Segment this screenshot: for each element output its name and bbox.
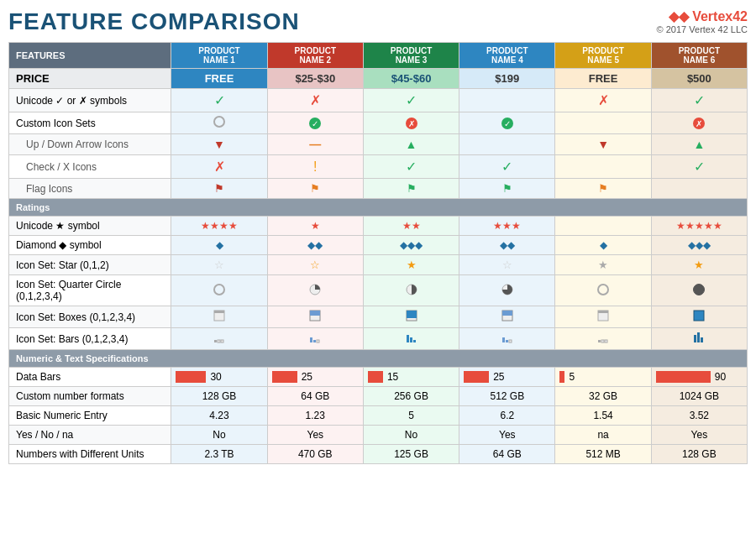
databars-p4: 25: [459, 368, 555, 387]
boxes-p1: [171, 306, 267, 328]
yesno-p1: No: [171, 426, 267, 445]
star-half-icon: ☆: [310, 259, 320, 271]
customnum-p3: 256 GB: [363, 387, 459, 406]
box-4-icon: [693, 310, 705, 321]
diamond-p6: ◆◆◆: [651, 236, 747, 255]
yesno-label: Yes / No / na: [9, 426, 171, 445]
databars-p5: 5: [555, 368, 651, 387]
yesno-p4: Yes: [459, 426, 555, 445]
databar-container: 25: [464, 371, 550, 383]
price-p4: $199: [459, 69, 555, 89]
yesno-p3: No: [363, 426, 459, 445]
boxes-p5: [555, 306, 651, 328]
databar-fill: [176, 371, 206, 383]
quarter-circle-0-icon: [213, 284, 225, 295]
custom-icon-p2: ✓: [267, 112, 363, 134]
boxes-p6: [651, 306, 747, 328]
svg-rect-20: [407, 335, 409, 342]
qc-p2: [267, 275, 363, 306]
flag-orange-icon: ⚑: [310, 182, 320, 195]
databar-fill: [464, 371, 489, 383]
diamond-label: Diamond ◆ symbol: [9, 236, 171, 255]
diffunits-p4: 64 GB: [459, 445, 555, 464]
comparison-table: FEATURES PRODUCTNAME 1 PRODUCTNAME 2 PRO…: [8, 42, 748, 464]
ratings-section: Ratings: [9, 199, 748, 217]
databars-label: Data Bars: [9, 368, 171, 387]
col-p5-header: PRODUCTNAME 5: [555, 43, 651, 69]
price-p1: FREE: [171, 69, 267, 89]
header: FEATURE COMPARISON ◆◆ Vertex42 © 2017 Ve…: [8, 8, 748, 35]
updown-p1: ▼: [171, 134, 267, 155]
databar-fill: [272, 371, 297, 383]
qc-p6: [651, 275, 747, 306]
svg-rect-22: [413, 340, 416, 342]
databar-value: 30: [210, 371, 221, 383]
diffunits-p6: 128 GB: [651, 445, 747, 464]
bars-1-icon: [597, 332, 609, 343]
ustar-label: Unicode ★ symbol: [9, 217, 171, 236]
numeric-section: Numeric & Text Specifications: [9, 350, 748, 368]
databar-fill: [368, 371, 383, 383]
logo-brand: ◆◆ Vertex42: [657, 8, 748, 24]
bars-p5: [555, 328, 651, 350]
unicode-p5: ✗: [555, 89, 651, 112]
bars-p4: [459, 328, 555, 350]
flag-p4: ⚑: [459, 179, 555, 199]
svg-rect-8: [407, 311, 417, 318]
databar-fill: [559, 371, 564, 383]
basicnum-p5: 1.54: [555, 406, 651, 426]
arrow-down-icon: ▼: [597, 138, 609, 151]
unicode-row: Unicode ✓ or ✗ symbols ✓ ✗ ✓ ✗ ✓: [9, 89, 748, 112]
bars-2-icon: [309, 332, 321, 343]
checkx-row: Check / X Icons ✗ ! ✓ ✓ ✓: [9, 155, 748, 179]
iconstar-p2: ☆: [267, 255, 363, 275]
flag-p3: ⚑: [363, 179, 459, 199]
databar-fill: [656, 371, 711, 383]
basicnum-row: Basic Numeric Entry 4.23 1.23 5 6.2 1.54…: [9, 406, 748, 426]
check-green-icon: ✓: [406, 159, 417, 174]
databar-value: 5: [569, 371, 575, 383]
diamond-icon: ◆◆◆: [400, 239, 423, 251]
bars-p3: [363, 328, 459, 350]
price-p3: $45-$60: [363, 69, 459, 89]
flag-p1: ⚑: [171, 179, 267, 199]
databar-value: 25: [493, 371, 504, 383]
iconstar-p6: ★: [651, 255, 747, 275]
basicnum-p1: 4.23: [171, 406, 267, 426]
box-2-icon: [309, 310, 321, 321]
svg-rect-30: [697, 332, 700, 342]
updown-p4: [459, 134, 555, 155]
dash-icon: —: [309, 138, 321, 151]
diamond-p5: ◆: [555, 236, 651, 255]
bars-row: Icon Set: Bars (0,1,2,3,4): [9, 328, 748, 350]
quarter-circle-full-icon: [693, 284, 705, 295]
updown-p3: ▲: [363, 134, 459, 155]
circle-empty-icon: [213, 116, 225, 128]
svg-rect-12: [598, 311, 608, 313]
svg-rect-31: [701, 337, 703, 342]
diamond-p4: ◆◆: [459, 236, 555, 255]
star-gold-icon: ★: [694, 259, 704, 271]
logo-area: ◆◆ Vertex42 © 2017 Vertex 42 LLC: [657, 8, 748, 34]
customnum-p2: 64 GB: [267, 387, 363, 406]
svg-rect-10: [502, 311, 512, 316]
bars-3-icon: [406, 332, 417, 343]
checkx-label: Check / X Icons: [9, 155, 171, 179]
svg-rect-26: [598, 340, 601, 342]
ustar-row: Unicode ★ symbol ★★★★ ★ ★★ ★★★ ★★★★★: [9, 217, 748, 236]
custom-icon-p4: ✓: [459, 112, 555, 134]
exclaim-icon: !: [313, 159, 317, 174]
box-3-icon: [406, 310, 417, 321]
iconstar-label: Icon Set: Star (0,1,2): [9, 255, 171, 275]
circle-x-icon: ✗: [693, 118, 705, 129]
custom-icon-row: Custom Icon Sets ✓ ✗ ✓ ✗: [9, 112, 748, 134]
boxes-p2: [267, 306, 363, 328]
arrow-down-icon: ▼: [213, 138, 225, 151]
star-full-icon: ★: [407, 259, 417, 271]
price-label: PRICE: [9, 69, 171, 89]
cross-red-icon: ✗: [214, 159, 225, 174]
customnum-p5: 32 GB: [555, 387, 651, 406]
price-p2: $25-$30: [267, 69, 363, 89]
checkx-p2: !: [267, 155, 363, 179]
svg-rect-17: [310, 337, 312, 342]
